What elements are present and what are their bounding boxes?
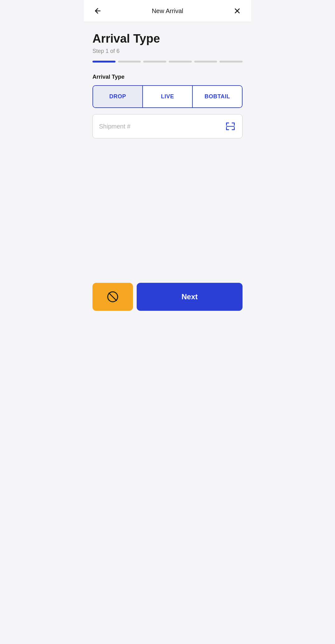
- next-button[interactable]: Next: [137, 283, 243, 311]
- section-title: Arrival Type: [92, 32, 243, 45]
- svg-line-5: [109, 293, 116, 301]
- shipment-input[interactable]: [99, 123, 225, 130]
- progress-bar: [92, 61, 243, 63]
- progress-segment-1: [92, 61, 116, 63]
- type-option-drop[interactable]: DROP: [93, 86, 143, 107]
- shipment-input-container: [92, 114, 243, 138]
- progress-segment-6: [219, 61, 243, 63]
- step-label: Step 1 of 6: [92, 48, 243, 54]
- type-option-bobtail[interactable]: BOBTAIL: [193, 86, 242, 107]
- close-button[interactable]: [232, 6, 243, 16]
- progress-segment-2: [118, 61, 141, 63]
- main-content: Arrival Type Step 1 of 6 Arrival Type DR…: [84, 22, 251, 277]
- field-label: Arrival Type: [92, 74, 243, 80]
- arrival-type-selector: DROP LIVE BOBTAIL: [92, 85, 243, 108]
- header: New Arrival: [84, 0, 251, 22]
- scan-icon[interactable]: [225, 121, 236, 132]
- back-button[interactable]: [92, 6, 103, 16]
- cancel-button[interactable]: [92, 283, 133, 311]
- phone-screen: New Arrival Arrival Type Step 1 of 6 Arr…: [84, 0, 251, 322]
- type-option-live[interactable]: LIVE: [143, 86, 193, 107]
- progress-segment-5: [194, 61, 217, 63]
- header-title: New Arrival: [152, 7, 183, 15]
- progress-segment-3: [143, 61, 166, 63]
- bottom-actions: Next: [84, 277, 251, 322]
- progress-segment-4: [169, 61, 192, 63]
